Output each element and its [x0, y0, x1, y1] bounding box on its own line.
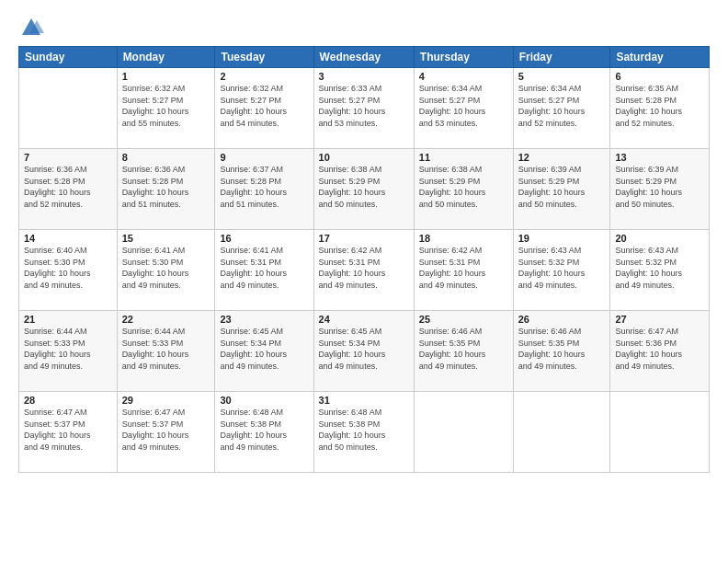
- day-info: Sunrise: 6:40 AM Sunset: 5:30 PM Dayligh…: [24, 245, 112, 291]
- day-number: 8: [122, 152, 210, 163]
- day-info: Sunrise: 6:36 AM Sunset: 5:28 PM Dayligh…: [24, 164, 112, 210]
- calendar-cell: [414, 392, 513, 473]
- day-number: 1: [122, 71, 210, 82]
- day-info: Sunrise: 6:46 AM Sunset: 5:35 PM Dayligh…: [518, 326, 606, 372]
- day-number: 9: [220, 152, 308, 163]
- calendar-cell: 30Sunrise: 6:48 AM Sunset: 5:38 PM Dayli…: [215, 392, 313, 473]
- day-number: 11: [419, 152, 508, 163]
- day-number: 2: [220, 71, 308, 82]
- day-number: 15: [122, 233, 210, 244]
- column-header-friday: Friday: [513, 47, 610, 68]
- day-number: 19: [518, 233, 606, 244]
- calendar-cell: [19, 68, 118, 149]
- calendar-cell: 8Sunrise: 6:36 AM Sunset: 5:28 PM Daylig…: [117, 149, 215, 230]
- calendar-cell: 24Sunrise: 6:45 AM Sunset: 5:34 PM Dayli…: [313, 311, 414, 392]
- calendar-cell: 6Sunrise: 6:35 AM Sunset: 5:28 PM Daylig…: [610, 68, 710, 149]
- day-info: Sunrise: 6:45 AM Sunset: 5:34 PM Dayligh…: [319, 326, 409, 372]
- calendar-cell: 25Sunrise: 6:46 AM Sunset: 5:35 PM Dayli…: [414, 311, 513, 392]
- day-number: 21: [24, 314, 112, 325]
- day-info: Sunrise: 6:47 AM Sunset: 5:37 PM Dayligh…: [24, 407, 112, 453]
- day-number: 25: [419, 314, 508, 325]
- header: [18, 15, 710, 40]
- day-number: 12: [518, 152, 606, 163]
- day-info: Sunrise: 6:38 AM Sunset: 5:29 PM Dayligh…: [419, 164, 508, 210]
- calendar-cell: 15Sunrise: 6:41 AM Sunset: 5:30 PM Dayli…: [117, 230, 215, 311]
- day-number: 7: [24, 152, 112, 163]
- day-number: 20: [615, 233, 704, 244]
- day-info: Sunrise: 6:48 AM Sunset: 5:38 PM Dayligh…: [220, 407, 308, 453]
- day-info: Sunrise: 6:32 AM Sunset: 5:27 PM Dayligh…: [220, 83, 308, 129]
- calendar-cell: 27Sunrise: 6:47 AM Sunset: 5:36 PM Dayli…: [610, 311, 710, 392]
- day-info: Sunrise: 6:35 AM Sunset: 5:28 PM Dayligh…: [615, 83, 704, 129]
- day-info: Sunrise: 6:39 AM Sunset: 5:29 PM Dayligh…: [615, 164, 704, 210]
- calendar-cell: 29Sunrise: 6:47 AM Sunset: 5:37 PM Dayli…: [117, 392, 215, 473]
- calendar-cell: 14Sunrise: 6:40 AM Sunset: 5:30 PM Dayli…: [19, 230, 118, 311]
- day-info: Sunrise: 6:46 AM Sunset: 5:35 PM Dayligh…: [419, 326, 508, 372]
- day-number: 4: [419, 71, 508, 82]
- page: SundayMondayTuesdayWednesdayThursdayFrid…: [0, 0, 728, 563]
- day-info: Sunrise: 6:47 AM Sunset: 5:37 PM Dayligh…: [122, 407, 210, 453]
- calendar-cell: 17Sunrise: 6:42 AM Sunset: 5:31 PM Dayli…: [313, 230, 414, 311]
- day-info: Sunrise: 6:43 AM Sunset: 5:32 PM Dayligh…: [615, 245, 704, 291]
- day-number: 16: [220, 233, 308, 244]
- day-info: Sunrise: 6:42 AM Sunset: 5:31 PM Dayligh…: [319, 245, 409, 291]
- day-number: 23: [220, 314, 308, 325]
- logo-icon: [18, 15, 44, 40]
- day-info: Sunrise: 6:38 AM Sunset: 5:29 PM Dayligh…: [319, 164, 409, 210]
- calendar-week-2: 7Sunrise: 6:36 AM Sunset: 5:28 PM Daylig…: [19, 149, 710, 230]
- column-header-sunday: Sunday: [19, 47, 118, 68]
- calendar-cell: 23Sunrise: 6:45 AM Sunset: 5:34 PM Dayli…: [215, 311, 313, 392]
- calendar-week-3: 14Sunrise: 6:40 AM Sunset: 5:30 PM Dayli…: [19, 230, 710, 311]
- calendar: SundayMondayTuesdayWednesdayThursdayFrid…: [18, 46, 710, 473]
- calendar-cell: 4Sunrise: 6:34 AM Sunset: 5:27 PM Daylig…: [414, 68, 513, 149]
- day-number: 13: [615, 152, 704, 163]
- column-header-thursday: Thursday: [414, 47, 513, 68]
- column-header-monday: Monday: [117, 47, 215, 68]
- day-number: 6: [615, 71, 704, 82]
- day-info: Sunrise: 6:33 AM Sunset: 5:27 PM Dayligh…: [319, 83, 409, 129]
- calendar-week-4: 21Sunrise: 6:44 AM Sunset: 5:33 PM Dayli…: [19, 311, 710, 392]
- calendar-cell: 26Sunrise: 6:46 AM Sunset: 5:35 PM Dayli…: [513, 311, 610, 392]
- column-header-wednesday: Wednesday: [313, 47, 414, 68]
- day-number: 28: [24, 395, 112, 406]
- calendar-cell: 5Sunrise: 6:34 AM Sunset: 5:27 PM Daylig…: [513, 68, 610, 149]
- logo: [18, 15, 48, 40]
- day-info: Sunrise: 6:41 AM Sunset: 5:31 PM Dayligh…: [220, 245, 308, 291]
- column-header-tuesday: Tuesday: [215, 47, 313, 68]
- calendar-cell: 20Sunrise: 6:43 AM Sunset: 5:32 PM Dayli…: [610, 230, 710, 311]
- calendar-cell: 9Sunrise: 6:37 AM Sunset: 5:28 PM Daylig…: [215, 149, 313, 230]
- calendar-cell: [513, 392, 610, 473]
- calendar-cell: [610, 392, 710, 473]
- day-number: 18: [419, 233, 508, 244]
- day-number: 24: [319, 314, 409, 325]
- calendar-cell: 22Sunrise: 6:44 AM Sunset: 5:33 PM Dayli…: [117, 311, 215, 392]
- calendar-cell: 16Sunrise: 6:41 AM Sunset: 5:31 PM Dayli…: [215, 230, 313, 311]
- day-number: 26: [518, 314, 606, 325]
- day-info: Sunrise: 6:48 AM Sunset: 5:38 PM Dayligh…: [319, 407, 409, 453]
- calendar-cell: 31Sunrise: 6:48 AM Sunset: 5:38 PM Dayli…: [313, 392, 414, 473]
- day-number: 10: [319, 152, 409, 163]
- day-info: Sunrise: 6:45 AM Sunset: 5:34 PM Dayligh…: [220, 326, 308, 372]
- calendar-header-row: SundayMondayTuesdayWednesdayThursdayFrid…: [19, 47, 710, 68]
- day-number: 27: [615, 314, 704, 325]
- day-number: 29: [122, 395, 210, 406]
- calendar-week-5: 28Sunrise: 6:47 AM Sunset: 5:37 PM Dayli…: [19, 392, 710, 473]
- calendar-cell: 19Sunrise: 6:43 AM Sunset: 5:32 PM Dayli…: [513, 230, 610, 311]
- day-number: 22: [122, 314, 210, 325]
- calendar-cell: 28Sunrise: 6:47 AM Sunset: 5:37 PM Dayli…: [19, 392, 118, 473]
- day-number: 31: [319, 395, 409, 406]
- day-number: 14: [24, 233, 112, 244]
- calendar-cell: 13Sunrise: 6:39 AM Sunset: 5:29 PM Dayli…: [610, 149, 710, 230]
- calendar-cell: 1Sunrise: 6:32 AM Sunset: 5:27 PM Daylig…: [117, 68, 215, 149]
- day-info: Sunrise: 6:43 AM Sunset: 5:32 PM Dayligh…: [518, 245, 606, 291]
- calendar-cell: 11Sunrise: 6:38 AM Sunset: 5:29 PM Dayli…: [414, 149, 513, 230]
- day-info: Sunrise: 6:44 AM Sunset: 5:33 PM Dayligh…: [122, 326, 210, 372]
- day-number: 17: [319, 233, 409, 244]
- day-info: Sunrise: 6:34 AM Sunset: 5:27 PM Dayligh…: [518, 83, 606, 129]
- calendar-cell: 12Sunrise: 6:39 AM Sunset: 5:29 PM Dayli…: [513, 149, 610, 230]
- calendar-cell: 7Sunrise: 6:36 AM Sunset: 5:28 PM Daylig…: [19, 149, 118, 230]
- day-info: Sunrise: 6:41 AM Sunset: 5:30 PM Dayligh…: [122, 245, 210, 291]
- day-info: Sunrise: 6:44 AM Sunset: 5:33 PM Dayligh…: [24, 326, 112, 372]
- day-info: Sunrise: 6:32 AM Sunset: 5:27 PM Dayligh…: [122, 83, 210, 129]
- day-info: Sunrise: 6:36 AM Sunset: 5:28 PM Dayligh…: [122, 164, 210, 210]
